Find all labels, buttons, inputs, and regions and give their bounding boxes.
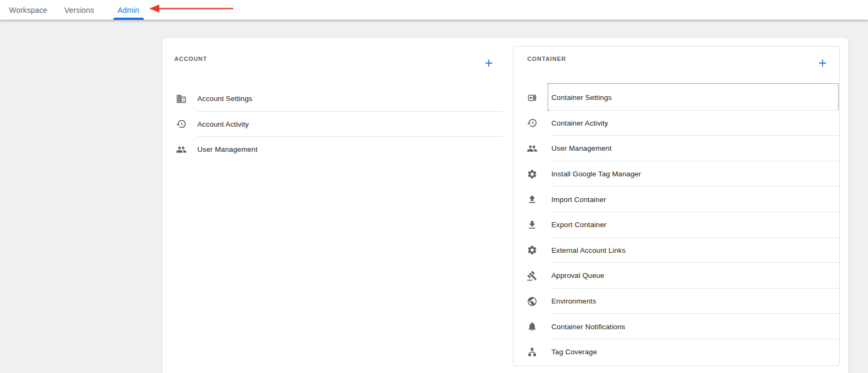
external-account-links-label: External Account Links: [551, 246, 626, 254]
container-user-management-label: User Management: [551, 144, 612, 152]
export-container-label: Export Container: [551, 221, 606, 229]
red-arrow-annotation: [149, 3, 235, 14]
people-icon: [176, 144, 187, 155]
tab-admin[interactable]: Admin: [118, 0, 140, 20]
building-icon: [176, 94, 187, 104]
account-activity-label: Account Activity: [197, 120, 249, 128]
container-section: CONTAINER Container Settings: [513, 46, 840, 366]
account-activity-row[interactable]: Account Activity: [163, 112, 503, 137]
admin-page: ACCOUNT Account Settings Account Activit…: [0, 20, 868, 373]
container-notifications-label: Container Notifications: [551, 323, 625, 331]
container-activity-label: Container Activity: [551, 119, 608, 127]
active-tab-underline: [113, 18, 144, 20]
tab-versions-label: Versions: [65, 6, 94, 14]
tag-coverage-label: Tag Coverage: [551, 348, 597, 356]
container-notifications-row[interactable]: Container Notifications: [513, 314, 839, 339]
container-settings-label: Container Settings: [551, 94, 612, 102]
container-icon: [527, 92, 537, 103]
plus-icon: [483, 57, 495, 69]
environments-row[interactable]: Environments: [513, 289, 839, 314]
account-settings-row[interactable]: Account Settings: [163, 86, 503, 112]
install-gtm-row[interactable]: Install Google Tag Manager: [513, 161, 839, 187]
globe-icon: [527, 296, 537, 307]
plus-icon: [817, 57, 828, 69]
container-menu: Container Settings Container Activity Us…: [513, 85, 839, 365]
tab-admin-label: Admin: [118, 6, 140, 14]
approval-queue-label: Approval Queue: [551, 271, 604, 279]
tab-versions[interactable]: Versions: [65, 0, 94, 20]
top-nav-bar: Workspace Versions Admin: [0, 0, 868, 20]
tab-workspace-label: Workspace: [9, 6, 48, 14]
upload-icon: [527, 194, 537, 205]
tag-coverage-row[interactable]: Tag Coverage: [513, 339, 839, 365]
history-icon: [527, 118, 537, 128]
gear-icon: [527, 169, 537, 180]
admin-card: ACCOUNT Account Settings Account Activit…: [162, 37, 849, 373]
account-user-management-row[interactable]: User Management: [163, 137, 503, 162]
container-section-label: CONTAINER: [527, 56, 566, 62]
export-container-row[interactable]: Export Container: [513, 212, 839, 238]
account-section-label: ACCOUNT: [174, 56, 207, 62]
import-container-label: Import Container: [551, 196, 606, 204]
people-icon: [527, 143, 537, 154]
tree-icon: [527, 347, 537, 358]
container-user-management-row[interactable]: User Management: [513, 136, 839, 161]
environments-label: Environments: [551, 297, 596, 305]
account-settings-label: Account Settings: [197, 95, 252, 103]
install-gtm-label: Install Google Tag Manager: [551, 170, 641, 178]
gavel-icon: [527, 270, 537, 281]
add-container-button[interactable]: [817, 57, 829, 69]
bell-icon: [527, 321, 537, 332]
add-account-button[interactable]: [483, 57, 496, 69]
import-container-row[interactable]: Import Container: [513, 187, 839, 212]
container-activity-row[interactable]: Container Activity: [513, 111, 839, 136]
external-account-links-row[interactable]: External Account Links: [513, 238, 839, 263]
gear-icon: [527, 245, 537, 255]
container-settings-row[interactable]: Container Settings: [513, 85, 839, 111]
download-icon: [527, 220, 537, 230]
tab-workspace[interactable]: Workspace: [9, 0, 48, 20]
approval-queue-row[interactable]: Approval Queue: [513, 263, 839, 289]
account-menu: Account Settings Account Activity User M…: [163, 86, 503, 162]
account-user-management-label: User Management: [197, 145, 258, 153]
history-icon: [176, 119, 187, 129]
